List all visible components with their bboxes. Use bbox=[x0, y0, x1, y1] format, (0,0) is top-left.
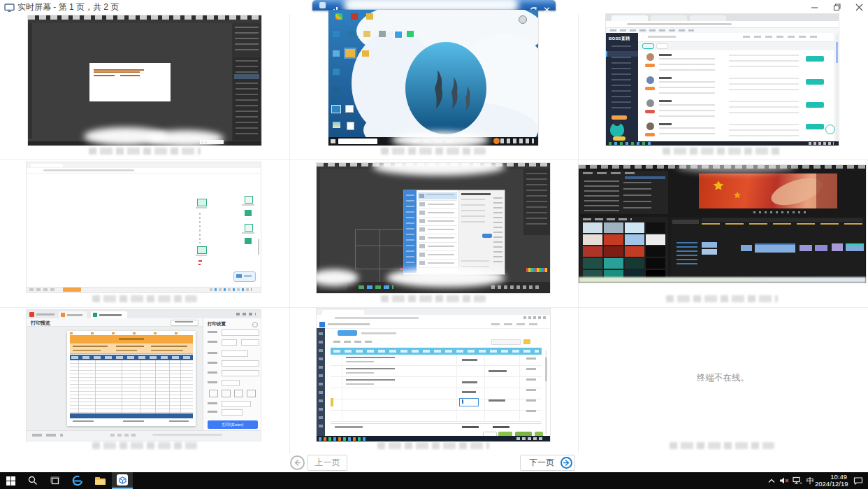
thumbnail-caption bbox=[381, 295, 486, 302]
offline-status-text: 终端不在线。 bbox=[697, 372, 749, 384]
print-preview-title: 打印预览 bbox=[31, 320, 50, 327]
task-view-icon[interactable] bbox=[45, 472, 66, 489]
asset-dialog bbox=[403, 190, 505, 275]
volume-muted-icon[interactable] bbox=[777, 472, 791, 489]
thumbnail-browser-recruiting[interactable]: BOSS直聘 bbox=[606, 14, 839, 146]
canvas-document bbox=[89, 63, 171, 101]
restore-button[interactable] bbox=[826, 0, 847, 14]
thumbnail-web-erp[interactable] bbox=[317, 309, 550, 441]
legacy-close-icon[interactable] bbox=[544, 3, 550, 15]
thumbnail-caption bbox=[89, 148, 201, 155]
chat-button bbox=[806, 124, 824, 129]
candidate-card bbox=[638, 120, 834, 141]
app-window: 实时屏幕 - 第 1 页，共 2 页 bbox=[0, 0, 868, 489]
file-explorer-icon[interactable] bbox=[89, 472, 110, 489]
thumbnail-caption bbox=[92, 442, 197, 449]
start-button[interactable] bbox=[0, 472, 21, 489]
sheet-preview bbox=[67, 331, 196, 426]
iceberg-wallpaper bbox=[328, 10, 538, 146]
prev-page-icon[interactable] bbox=[290, 455, 305, 470]
minimize-button[interactable] bbox=[804, 0, 825, 14]
thumbnail-caption bbox=[92, 295, 197, 302]
legacy-app-icon bbox=[319, 2, 326, 8]
thumbnail-desktop-iceberg[interactable] bbox=[328, 10, 538, 146]
site-logo: BOSS直聘 bbox=[609, 36, 630, 42]
site-sidebar: BOSS直聘 bbox=[606, 33, 638, 141]
thumbnail-caption bbox=[666, 295, 778, 302]
clock-date: 2024/12/19 bbox=[815, 481, 847, 488]
print-settings-panel: 打印设置 打印(Enter) bbox=[203, 318, 261, 430]
print-button[interactable]: 打印(Enter) bbox=[208, 420, 258, 429]
thumbnail-video-editor[interactable] bbox=[579, 165, 866, 283]
print-settings-title: 打印设置 bbox=[208, 321, 226, 327]
thumbnail-caption bbox=[381, 148, 486, 155]
action-center-icon[interactable] bbox=[850, 472, 867, 489]
primary-action-button bbox=[338, 330, 357, 336]
chat-button bbox=[806, 102, 824, 108]
next-page-button[interactable]: 下一页 bbox=[520, 455, 575, 471]
next-page-label: 下一页 bbox=[529, 457, 554, 469]
prev-page-label: 上一页 bbox=[315, 457, 340, 469]
media-bin bbox=[580, 217, 668, 280]
thumbnail-caption bbox=[663, 148, 781, 155]
legacy-window-titlebar[interactable] bbox=[312, 0, 556, 10]
windows-taskbar: 中 10:49 2024/12/19 bbox=[0, 472, 868, 489]
thumbnail-image-editor[interactable] bbox=[28, 15, 261, 146]
taskbar-clock[interactable]: 10:49 2024/12/19 bbox=[815, 474, 847, 488]
thumbnail-print-preview[interactable]: 打印预览 bbox=[27, 310, 261, 441]
divider bbox=[0, 160, 868, 160]
prev-page-button[interactable]: 上一页 bbox=[308, 455, 347, 471]
search-icon[interactable] bbox=[22, 472, 43, 489]
monitor-app-icon bbox=[117, 474, 128, 486]
active-app-monitor[interactable] bbox=[112, 472, 133, 489]
video-preview bbox=[699, 173, 837, 208]
network-icon[interactable] bbox=[790, 472, 804, 489]
chat-button bbox=[806, 79, 824, 85]
thumbnail-caption bbox=[670, 442, 774, 449]
tray-chevron-icon[interactable] bbox=[765, 472, 779, 489]
next-page-icon bbox=[560, 457, 572, 469]
monitor-icon bbox=[4, 3, 15, 12]
close-button[interactable] bbox=[848, 0, 868, 14]
timeline bbox=[671, 217, 865, 280]
chat-button bbox=[806, 56, 824, 62]
ime-label: 中 bbox=[806, 476, 814, 486]
thumbnail-caption bbox=[377, 442, 489, 449]
page-title: 实时屏幕 - 第 1 页，共 2 页 bbox=[17, 1, 119, 13]
candidate-card bbox=[638, 73, 834, 97]
candidate-card bbox=[638, 97, 834, 120]
tile-terminal-offline[interactable]: 终端不在线。 bbox=[578, 308, 868, 448]
browser-e-icon[interactable] bbox=[67, 472, 88, 489]
thumbnail-whiteboard[interactable] bbox=[27, 162, 261, 292]
candidate-card bbox=[638, 50, 834, 74]
divider bbox=[289, 14, 290, 453]
thumbnail-cad-dialog[interactable] bbox=[317, 163, 550, 293]
table-header bbox=[331, 348, 542, 355]
